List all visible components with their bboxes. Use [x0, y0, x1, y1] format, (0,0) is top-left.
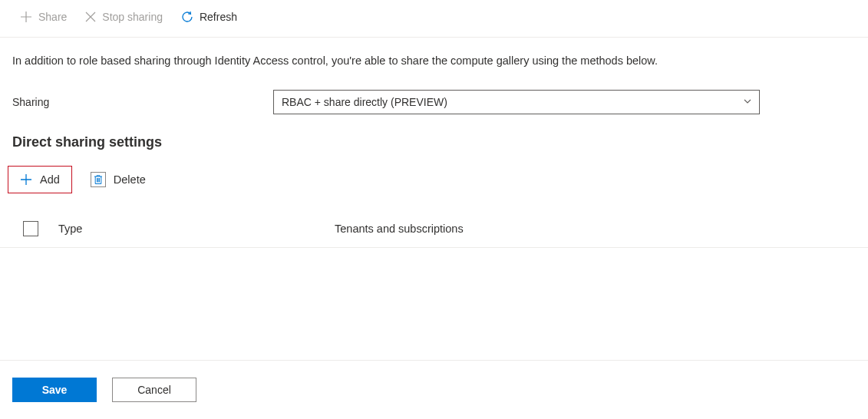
trash-icon — [91, 172, 106, 187]
share-button[interactable]: Share — [12, 6, 74, 28]
column-tenants: Tenants and subscriptions — [335, 223, 856, 235]
cancel-button[interactable]: Cancel — [112, 378, 196, 402]
delete-button[interactable]: Delete — [78, 164, 158, 195]
column-type: Type — [58, 223, 335, 235]
sharing-field-row: Sharing — [0, 67, 868, 114]
add-label: Add — [40, 173, 60, 186]
footer-bar: Save Cancel — [0, 360, 868, 419]
select-all-checkbox[interactable] — [23, 221, 38, 236]
save-button[interactable]: Save — [12, 378, 97, 402]
plus-icon — [20, 11, 32, 23]
description-text: In addition to role based sharing throug… — [0, 38, 868, 67]
sharing-select-input[interactable] — [273, 90, 760, 114]
select-all-cell — [12, 221, 58, 236]
share-label: Share — [38, 12, 67, 22]
sharing-label: Sharing — [12, 96, 273, 108]
add-button[interactable]: Add — [8, 166, 72, 193]
sharing-table-header: Type Tenants and subscriptions — [0, 195, 868, 248]
x-icon — [85, 12, 96, 22]
direct-sharing-actions: Add Delete — [0, 150, 868, 195]
direct-sharing-settings-heading: Direct sharing settings — [0, 114, 868, 150]
toolbar: Share Stop sharing Refresh — [0, 0, 868, 38]
stop-sharing-label: Stop sharing — [102, 12, 163, 22]
plus-icon — [20, 173, 32, 186]
delete-label: Delete — [114, 173, 146, 186]
refresh-label: Refresh — [200, 12, 237, 22]
stop-sharing-button[interactable]: Stop sharing — [78, 7, 170, 27]
refresh-button[interactable]: Refresh — [173, 6, 245, 28]
refresh-icon — [181, 11, 193, 23]
sharing-select[interactable] — [273, 90, 760, 114]
